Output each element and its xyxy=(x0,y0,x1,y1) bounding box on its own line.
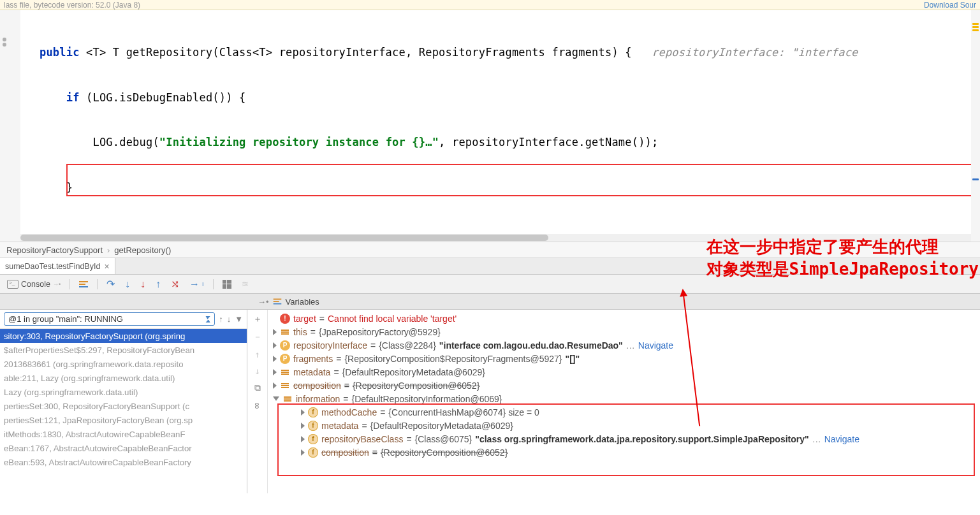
expander-icon[interactable] xyxy=(273,396,279,401)
banner-left: lass file, bytecode version: 52.0 (Java … xyxy=(4,1,140,10)
frame-row[interactable]: eBean:593, AbstractAutowireCapableBeanFa… xyxy=(0,455,247,469)
list-icon xyxy=(79,281,88,287)
error-icon: ! xyxy=(280,314,290,324)
show-watches-button[interactable]: ∞ xyxy=(251,403,263,409)
variable-value: {RepositoryComposition$RepositoryFragmen… xyxy=(344,354,562,364)
variable-name: methodCache xyxy=(321,407,377,417)
frames-list[interactable]: sitory:303, RepositoryFactorySupport (or… xyxy=(0,329,247,493)
variable-string: "class org.springframework.data.jpa.repo… xyxy=(475,434,808,444)
inlay-hint: repositoryInterface: "interface xyxy=(632,46,858,59)
vars-toolbar-vertical: ＋ － ↑ ↓ ⧉ ∞ xyxy=(247,310,268,493)
frame-row[interactable]: itMethods:1830, AbstractAutowireCapableB… xyxy=(0,427,247,441)
variable-value: {DefaultRepositoryInformation@6069} xyxy=(351,394,502,404)
warning-marker[interactable] xyxy=(972,29,979,31)
param-icon: P xyxy=(280,340,290,351)
variable-row[interactable]: this = {JpaRepositoryFactory@5929} xyxy=(268,325,980,338)
separator xyxy=(213,279,214,289)
expander-icon[interactable] xyxy=(273,369,277,375)
param-icon: P xyxy=(280,354,290,364)
up-button[interactable]: ↑ xyxy=(254,349,260,359)
run-to-cursor-button[interactable]: →I xyxy=(186,277,207,291)
warning-marker[interactable] xyxy=(972,23,979,25)
editor-marker-rail[interactable] xyxy=(971,10,980,242)
close-icon[interactable]: × xyxy=(104,261,109,272)
frame-row[interactable]: sitory:303, RepositoryFactorySupport (or… xyxy=(0,329,247,343)
frame-row[interactable]: 2013683661 (org.springframework.data.rep… xyxy=(0,357,247,371)
frame-row[interactable]: pertiesSet:300, RepositoryFactoryBeanSup… xyxy=(0,399,247,413)
frame-row[interactable]: pertiesSet:121, JpaRepositoryFactoryBean… xyxy=(0,413,247,427)
force-step-into-button[interactable]: ↓ xyxy=(137,277,149,291)
drop-frame-button[interactable]: ⤭ xyxy=(168,277,182,291)
variable-row[interactable]: composition = {RepositoryComposition@605… xyxy=(268,379,980,392)
link-arrow-icon[interactable]: →• xyxy=(258,297,269,307)
field-icon: f xyxy=(308,447,318,458)
field-icon: f xyxy=(308,407,318,417)
variable-value: {RepositoryComposition@6052} xyxy=(381,447,508,458)
frame-row[interactable]: $afterPropertiesSet$5:297, RepositoryFac… xyxy=(0,343,247,357)
execution-marker[interactable] xyxy=(972,178,979,180)
field-icon: f xyxy=(308,434,318,444)
variable-name: metadata xyxy=(293,367,330,377)
tab-debug-session[interactable]: sumeDaoTest.testFindById × xyxy=(0,258,115,274)
expander-icon[interactable] xyxy=(301,409,305,416)
step-over-button[interactable]: ↷ xyxy=(103,277,118,291)
variable-row[interactable]: !target = Cannot find local variable 'ta… xyxy=(268,312,980,325)
variables-tree[interactable]: !target = Cannot find local variable 'ta… xyxy=(268,310,980,493)
tab-label: sumeDaoTest.testFindById xyxy=(5,262,100,271)
variable-string: "interface com.lagou.edu.dao.ResumeDao" xyxy=(439,340,623,351)
console-tab-button[interactable]: Console →• xyxy=(4,279,64,290)
expander-icon[interactable] xyxy=(301,436,305,442)
debug-tabs-row: sumeDaoTest.testFindById × xyxy=(0,258,980,275)
variables-header: →• Variables xyxy=(0,294,980,310)
code-editor[interactable]: public <T> T getRepository(Class<T> repo… xyxy=(0,10,980,242)
breadcrumb-method[interactable]: getRepository() xyxy=(114,245,171,255)
bookmark-icon xyxy=(3,38,6,41)
variable-row[interactable]: frepositoryBaseClass = {Class@6075} "cla… xyxy=(268,432,980,446)
variable-name: repositoryInterface xyxy=(293,340,367,351)
warning-marker[interactable] xyxy=(972,26,979,28)
variable-row[interactable]: PrepositoryInterface = {Class@2284} "int… xyxy=(268,338,980,352)
prev-frame-button[interactable]: ↑ xyxy=(219,314,223,324)
scrollbar-thumb[interactable] xyxy=(20,235,548,241)
add-watch-button[interactable]: ＋ xyxy=(253,314,262,325)
thread-selector[interactable]: @1 in group "main": RUNNING xyxy=(4,312,215,326)
variable-row[interactable]: metadata = {DefaultRepositoryMetadata@60… xyxy=(268,365,980,379)
expander-icon[interactable] xyxy=(273,342,277,349)
variable-name: composition xyxy=(293,381,341,391)
expander-icon[interactable] xyxy=(301,423,305,429)
variable-row[interactable]: fmethodCache = {ConcurrentHashMap@6074} … xyxy=(268,405,980,419)
debugger-toolbar: Console →• ↷ ↓ ↓ ↑ ⤭ →I ≋ xyxy=(0,275,980,294)
variable-row[interactable]: information = {DefaultRepositoryInformat… xyxy=(268,392,980,405)
horizontal-scrollbar[interactable] xyxy=(20,234,980,242)
navigate-link[interactable]: Navigate xyxy=(638,340,673,351)
menu-arrow-icon: →• xyxy=(53,281,61,287)
separator xyxy=(69,279,70,289)
evaluate-button[interactable] xyxy=(219,279,235,290)
code-viewport[interactable]: public <T> T getRepository(Class<T> repo… xyxy=(20,10,980,242)
variable-row[interactable]: fmetadata = {DefaultRepositoryMetadata@6… xyxy=(268,419,980,432)
variable-row[interactable]: Pfragments = {RepositoryComposition$Repo… xyxy=(268,352,980,365)
down-button[interactable]: ↓ xyxy=(254,366,260,376)
layout-button[interactable] xyxy=(76,280,91,289)
filter-frames-button[interactable]: ▼ xyxy=(235,314,243,324)
expander-icon[interactable] xyxy=(273,356,277,362)
expander-icon[interactable] xyxy=(273,382,277,389)
remove-watch-button[interactable]: － xyxy=(253,331,262,343)
bookmark-icon xyxy=(3,43,6,47)
expander-icon[interactable] xyxy=(273,329,277,335)
variable-row[interactable]: fcomposition = {RepositoryComposition@60… xyxy=(268,446,980,459)
expander-icon[interactable] xyxy=(301,449,305,456)
frame-row[interactable]: Lazy (org.springframework.data.util) xyxy=(0,385,247,399)
copy-button[interactable]: ⧉ xyxy=(254,382,261,393)
frame-row[interactable]: eBean:1767, AbstractAutowireCapableBeanF… xyxy=(0,441,247,455)
breadcrumb-class[interactable]: RepositoryFactorySupport xyxy=(6,245,103,255)
trace-button[interactable]: ≋ xyxy=(238,278,252,290)
navigate-link[interactable]: Navigate xyxy=(824,434,859,444)
step-into-button[interactable]: ↓ xyxy=(122,277,133,291)
step-out-button[interactable]: ↑ xyxy=(152,277,164,291)
kw-public: public xyxy=(40,46,86,59)
download-sources-link[interactable]: Download Sour xyxy=(924,1,976,10)
frame-row[interactable]: able:211, Lazy (org.springframework.data… xyxy=(0,371,247,385)
next-frame-button[interactable]: ↓ xyxy=(227,314,231,324)
variable-name: this xyxy=(293,327,307,337)
